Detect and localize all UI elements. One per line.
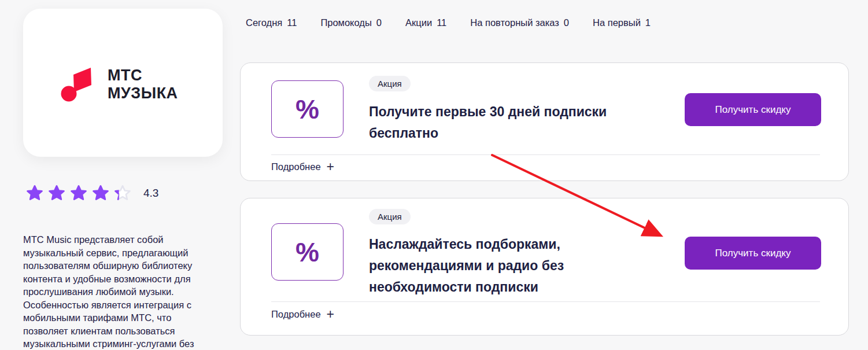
app-logo-card: МТС МУЗЫКА bbox=[23, 9, 223, 157]
tab-count: 1 bbox=[645, 17, 651, 28]
star-icon bbox=[25, 184, 44, 202]
mts-music-logo: МТС МУЗЫКА bbox=[60, 64, 187, 105]
tab-deals[interactable]: Акции11 bbox=[405, 17, 446, 28]
percent-icon: % bbox=[271, 223, 343, 281]
offer-tabs: Сегодня11 Промокоды0 Акции11 На повторны… bbox=[246, 17, 651, 28]
tab-promocodes[interactable]: Промокоды0 bbox=[320, 17, 382, 28]
tab-count: 11 bbox=[287, 17, 297, 28]
offer-title: Получите первые 30 дней подписки бесплат… bbox=[369, 101, 652, 144]
app-description: МТС Music представляет собой музыкальный… bbox=[23, 233, 219, 350]
divider bbox=[271, 154, 820, 155]
plus-icon: + bbox=[327, 308, 334, 320]
details-toggle[interactable]: Подробнее + bbox=[271, 161, 334, 172]
tab-today[interactable]: Сегодня11 bbox=[246, 17, 297, 28]
tab-repeat-order[interactable]: На повторный заказ0 bbox=[470, 17, 569, 28]
tab-first-order[interactable]: На первый1 bbox=[593, 17, 651, 28]
rating-value: 4.3 bbox=[143, 187, 158, 200]
tab-count: 11 bbox=[437, 17, 446, 28]
plus-icon: + bbox=[327, 161, 334, 172]
offer-card-1: % Акция Получите первые 30 дней подписки… bbox=[240, 62, 849, 181]
tab-count: 0 bbox=[376, 17, 382, 28]
star-icon bbox=[91, 184, 110, 202]
percent-icon: % bbox=[271, 80, 343, 138]
star-icon bbox=[69, 184, 88, 202]
music-note-icon bbox=[60, 65, 95, 104]
rating: 4.3 bbox=[25, 184, 158, 202]
get-discount-button[interactable]: Получить скидку bbox=[685, 237, 821, 270]
tab-count: 0 bbox=[564, 17, 569, 28]
offer-badge: Акция bbox=[369, 76, 411, 91]
divider bbox=[271, 301, 820, 302]
offer-badge: Акция bbox=[369, 209, 411, 224]
logo-text: МТС МУЗЫКА bbox=[108, 67, 178, 102]
star-icon bbox=[47, 184, 66, 202]
get-discount-button[interactable]: Получить скидку bbox=[685, 93, 821, 126]
details-toggle[interactable]: Подробнее + bbox=[271, 308, 334, 320]
offer-card-2: % Акция Наслаждайтесь подборками, рекоме… bbox=[240, 198, 849, 336]
offer-title: Наслаждайтесь подборками, рекомендациями… bbox=[369, 234, 652, 298]
star-partial-icon bbox=[113, 184, 132, 202]
